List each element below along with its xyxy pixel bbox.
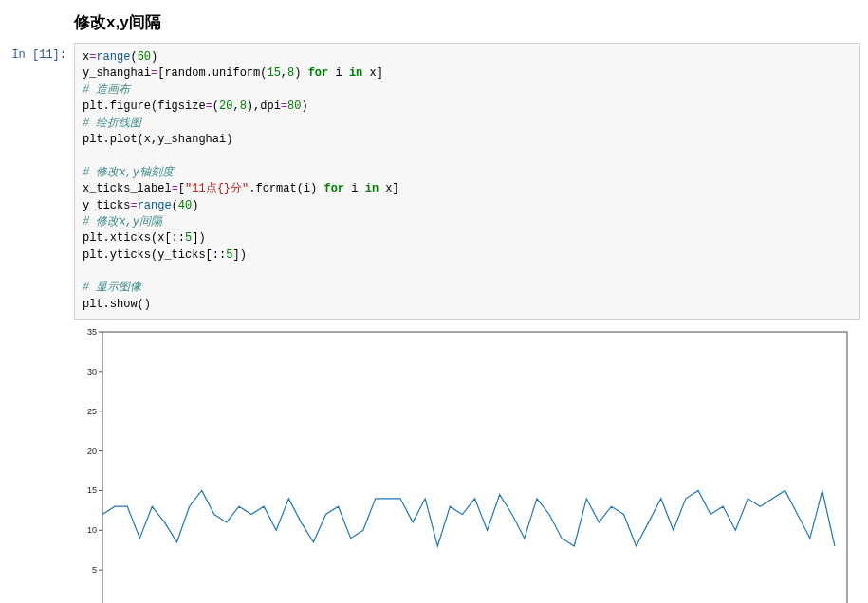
code-cell: In [11]: x=range(60) y_shanghai=[random.… <box>8 43 860 320</box>
svg-text:35: 35 <box>87 327 97 337</box>
output-chart: 051015202530350510152025303540455055 CSD… <box>74 327 860 603</box>
input-prompt: In [11]: <box>8 43 74 62</box>
section-heading: 修改x,y间隔 <box>74 11 860 33</box>
line-chart: 051015202530350510152025303540455055 <box>74 327 857 603</box>
svg-rect-0 <box>102 332 847 603</box>
svg-text:20: 20 <box>87 447 97 456</box>
svg-text:30: 30 <box>87 367 97 376</box>
svg-text:5: 5 <box>92 565 97 575</box>
svg-text:25: 25 <box>87 407 97 416</box>
code-input[interactable]: x=range(60) y_shanghai=[random.uniform(1… <box>74 43 860 320</box>
svg-text:15: 15 <box>87 486 97 496</box>
svg-text:10: 10 <box>87 526 97 536</box>
